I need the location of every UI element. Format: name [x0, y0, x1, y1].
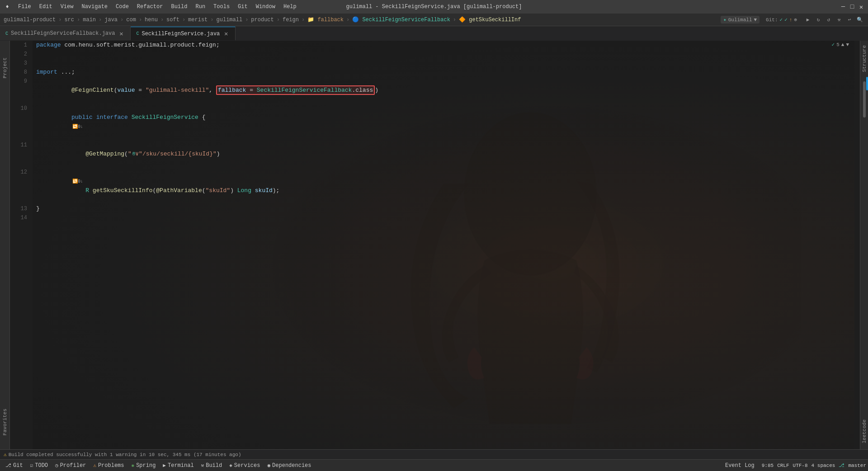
toolbar-dependencies[interactable]: ◉ Dependencies: [264, 462, 315, 470]
toolbar-profiler-label: Profiler: [60, 462, 86, 469]
git-icon: ⎇: [5, 462, 11, 468]
title-bar-left: ♦ File Edit View Navigate Code Refactor …: [4, 3, 300, 11]
services-icon: ◈: [229, 462, 232, 468]
sync-button[interactable]: ↻: [814, 15, 823, 24]
bottom-toolbar: ⎇ Git ☑ TODO ◷ Profiler ⚠ Problems ❋ Spr…: [0, 459, 868, 471]
tab-fallback-close[interactable]: ✕: [118, 30, 125, 37]
build-button[interactable]: ⚒: [835, 15, 844, 24]
breadcrumb-soft[interactable]: soft: [166, 17, 179, 23]
toolbar-git[interactable]: ⎇ Git: [2, 462, 27, 470]
scrollbar-thumb[interactable]: [863, 81, 866, 118]
event-log-button[interactable]: Event Log: [722, 462, 758, 470]
breadcrumb-bar: gulimall-product › src › main › java › c…: [0, 14, 868, 26]
title-bar: ♦ File Edit View Navigate Code Refactor …: [0, 0, 868, 14]
toolbar-todo[interactable]: ☑ TODO: [27, 462, 52, 470]
scrollbar-accent: [866, 77, 868, 90]
code-line-11: 11 @GetMapping("®∨"/sku/seckill/{skuId}"…: [10, 141, 860, 168]
breadcrumb-main[interactable]: main: [83, 17, 96, 23]
cursor-position: 9:85: [762, 463, 774, 468]
tab-bar: C SeckillFeignServiceFallback.java ✕ C S…: [0, 26, 868, 41]
breadcrumb-merist[interactable]: merist: [188, 17, 208, 23]
search-button[interactable]: 🔍: [855, 15, 864, 24]
menu-bar: File Edit View Navigate Code Refactor Bu…: [14, 3, 300, 11]
code-line-13: 13 }: [10, 204, 860, 213]
tab-service-icon: C: [136, 31, 139, 36]
breadcrumb-com[interactable]: com: [126, 17, 136, 23]
spring-icon: ❋: [132, 462, 135, 468]
tab-fallback-icon: C: [5, 31, 8, 36]
breadcrumb-feign[interactable]: feign: [283, 17, 299, 23]
git-label: Git: ✓ ✓ ↑ ⊕: [766, 17, 797, 23]
leetcode-panel-label[interactable]: leetcode: [862, 413, 867, 449]
tab-service[interactable]: C SeckillFeignService.java ✕: [131, 27, 236, 40]
toolbar-services-label: Services: [234, 462, 260, 469]
code-line-3: 3: [10, 59, 860, 68]
close-button[interactable]: ✕: [858, 4, 864, 10]
breadcrumb-class[interactable]: 🔵 SeckillFeignServiceFallback: [352, 16, 450, 23]
tab-fallback-label: SeckillFeignServiceFallback.java: [11, 30, 115, 37]
run-button[interactable]: ▶: [803, 15, 812, 24]
structure-panel-label[interactable]: Structure: [862, 41, 867, 77]
menu-code[interactable]: Code: [112, 3, 132, 11]
breadcrumb-project[interactable]: gulimall-product: [4, 17, 56, 23]
right-panel: Structure leetcode: [860, 41, 868, 449]
plugin-dropdown[interactable]: ✦ Gulimall ▼: [721, 16, 760, 24]
toolbar-terminal-label: Terminal: [168, 462, 194, 469]
menu-window[interactable]: Window: [252, 3, 279, 11]
favorites-panel-label[interactable]: Favorites: [2, 404, 8, 440]
tab-service-label: SeckillFeignService.java: [142, 31, 220, 37]
window-title: gulimall - SeckillFeignService.java [gul…: [346, 4, 522, 10]
breadcrumb-henu[interactable]: henu: [145, 17, 158, 23]
undo-button[interactable]: ↩: [845, 15, 854, 24]
editor-area: 1 package com.henu.soft.merist.gulimall.…: [10, 41, 860, 449]
breadcrumb-src[interactable]: src: [64, 17, 74, 23]
event-log-label: Event Log: [725, 462, 755, 469]
toolbar-spring-label: Spring: [136, 462, 156, 469]
charset: UTF-8: [793, 463, 808, 468]
breadcrumb-product[interactable]: product: [251, 17, 274, 23]
title-bar-controls: ─ □ ✕: [840, 4, 864, 10]
menu-tools[interactable]: Tools: [210, 3, 233, 11]
menu-view[interactable]: View: [57, 3, 77, 11]
breadcrumb-toolbar: ✦ Gulimall ▼ Git: ✓ ✓ ↑ ⊕ ▶ ↻ ↺ ⚒ ↩ 🔍: [721, 15, 864, 24]
toolbar-terminal[interactable]: ▶ Terminal: [159, 462, 197, 470]
menu-run[interactable]: Run: [192, 3, 209, 11]
toolbar-build[interactable]: ⚒ Build: [198, 462, 226, 470]
line-ending: CRLF: [777, 463, 789, 468]
toolbar-spring[interactable]: ❋ Spring: [128, 462, 160, 470]
toolbar-dependencies-label: Dependencies: [272, 462, 311, 469]
git-branch-icon: ⎇: [839, 462, 844, 468]
menu-navigate[interactable]: Navigate: [78, 3, 111, 11]
project-panel-label[interactable]: Project: [2, 50, 8, 86]
code-line-12: 12 🔁0↓ R getSkuSeckillInfo(@PathVariable…: [10, 168, 860, 204]
menu-edit[interactable]: Edit: [36, 3, 56, 11]
vertical-scrollbar[interactable]: [860, 77, 868, 413]
menu-git[interactable]: Git: [234, 3, 251, 11]
code-line-1: 1 package com.henu.soft.merist.gulimall.…: [10, 41, 860, 50]
toolbar-services[interactable]: ◈ Services: [226, 462, 264, 470]
reload-button[interactable]: ↺: [824, 15, 833, 24]
menu-refactor[interactable]: Refactor: [133, 3, 167, 11]
problems-icon: ⚠: [93, 462, 96, 468]
toolbar-problems-label: Problems: [98, 462, 124, 469]
breadcrumb-method[interactable]: 🔶 getSkuSeckillInf: [459, 16, 521, 23]
git-branch: master: [848, 463, 866, 468]
toolbar-profiler[interactable]: ◷ Profiler: [52, 462, 90, 470]
tab-service-close[interactable]: ✕: [222, 30, 230, 38]
breadcrumb-java[interactable]: java: [104, 17, 118, 23]
toolbar-git-label: Git: [13, 462, 23, 469]
dependencies-icon: ◉: [267, 462, 270, 468]
status-right: Event Log 9:85 CRLF UTF-8 4 spaces ⎇ mas…: [722, 462, 866, 470]
breadcrumb-gulimall[interactable]: gulimall: [217, 17, 243, 23]
minimize-button[interactable]: ─: [840, 4, 846, 10]
toolbar-build-label: Build: [206, 462, 222, 469]
tab-fallback[interactable]: C SeckillFeignServiceFallback.java ✕: [0, 27, 131, 40]
maximize-button[interactable]: □: [849, 4, 855, 10]
terminal-icon: ▶: [163, 462, 166, 468]
toolbar-problems[interactable]: ⚠ Problems: [90, 462, 127, 470]
breadcrumb-fallback-folder[interactable]: 📁 fallback: [307, 16, 344, 23]
code-line-2: 2: [10, 50, 860, 59]
menu-help[interactable]: Help: [280, 3, 300, 11]
menu-file[interactable]: File: [14, 3, 35, 11]
menu-build[interactable]: Build: [167, 3, 191, 11]
